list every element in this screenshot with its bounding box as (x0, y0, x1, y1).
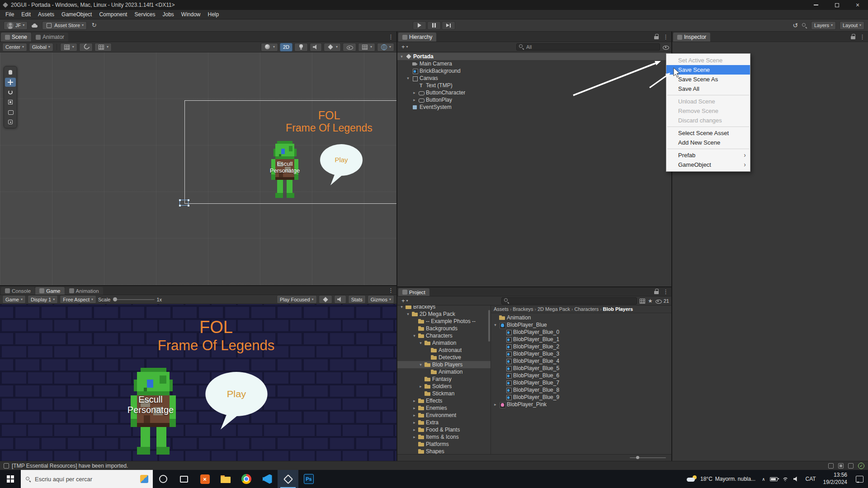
pause-button[interactable] (427, 21, 441, 30)
scale-tool-button[interactable] (5, 98, 16, 107)
project-folder-fantasy[interactable]: Fantasy (397, 375, 491, 383)
favorites-icon[interactable]: ★ (648, 298, 653, 304)
expander-icon[interactable]: ▸ (412, 399, 417, 403)
menu-jobs[interactable]: Jobs (159, 10, 177, 19)
hierarchy-item-canvas[interactable]: ▾Canvas (397, 75, 671, 82)
menu-window[interactable]: Window (178, 10, 204, 19)
play-button[interactable] (413, 21, 426, 30)
selected-rect-transform-handle[interactable] (179, 200, 189, 206)
project-folder-enemies[interactable]: ▸Enemies (397, 404, 491, 412)
project-folder-stickman[interactable]: Stickman (397, 390, 491, 397)
menu-item-save-scene-as[interactable]: Save Scene As (666, 75, 750, 84)
scene-effects-dropdown[interactable]: ▾ (324, 43, 341, 52)
tab-game[interactable]: Game (35, 287, 64, 295)
lock-icon[interactable] (654, 34, 659, 40)
project-asset-blobplayer-blue-0[interactable]: BlobPlayer_Blue_0 (491, 328, 671, 336)
tool-handle-pivot-dropdown[interactable]: Center ▾ (2, 43, 27, 52)
account-dropdown[interactable]: JF ▾ (4, 21, 28, 30)
menu-item-prefab[interactable]: Prefab› (666, 150, 750, 160)
transform-tool-button[interactable] (5, 117, 16, 127)
breadcrumb-2d-mega-pack[interactable]: 2D Mega Pack (538, 306, 570, 312)
expander-icon[interactable]: ▾ (418, 362, 423, 367)
project-asset-blobplayer-blue-9[interactable]: BlobPlayer_Blue_9 (491, 394, 671, 401)
action-center-button[interactable] (851, 470, 868, 488)
project-asset-blobplayer-blue-1[interactable]: BlobPlayer_Blue_1 (491, 336, 671, 343)
hierarchy-search-input[interactable]: All (516, 43, 660, 51)
expander-icon[interactable]: ▾ (406, 312, 410, 316)
project-folder-example-photos[interactable]: -- Example Photos -- (397, 318, 491, 325)
taskbar-search[interactable]: Escriu aquí per cercar (21, 470, 153, 488)
menu-file[interactable]: File (2, 10, 18, 19)
choose-character-button[interactable]: Escull Personatge (114, 394, 187, 415)
vscode-button[interactable] (257, 470, 278, 488)
tab-scene[interactable]: Scene (1, 33, 31, 42)
project-folder-extra[interactable]: ▸Extra (397, 419, 491, 426)
search-by-type-icon[interactable] (639, 297, 646, 305)
project-asset-blobplayer-blue-6[interactable]: BlobPlayer_Blue_6 (491, 372, 671, 379)
scene-picker-icon[interactable] (662, 43, 669, 51)
chrome-button[interactable] (236, 470, 257, 488)
menu-item-select-scene-asset[interactable]: Select Scene Asset (666, 128, 750, 138)
menu-edit[interactable]: Edit (18, 10, 34, 19)
collab-refresh-icon[interactable]: ↻ (90, 22, 98, 29)
expander-icon[interactable]: ▸ (412, 435, 417, 439)
slider-knob[interactable] (636, 456, 639, 459)
lock-icon[interactable] (850, 34, 856, 40)
panel-menu-icon[interactable]: ⋮ (663, 289, 669, 295)
tab-inspector[interactable]: Inspector (673, 33, 710, 42)
snap-increment-button[interactable] (79, 43, 93, 52)
scene-lighting-button[interactable] (294, 43, 308, 52)
taskbar-weather[interactable]: 18°C Mayorm. nubla... (683, 470, 759, 488)
project-folder-items-icons[interactable]: ▸Items & Icons (397, 433, 491, 441)
project-asset-blobplayer-blue-3[interactable]: BlobPlayer_Blue_3 (491, 350, 671, 357)
slider-knob[interactable] (113, 297, 117, 301)
tab-project[interactable]: Project (398, 288, 429, 296)
expander-icon[interactable]: ▸ (412, 427, 417, 432)
breadcrumb-assets[interactable]: Assets (494, 306, 509, 312)
move-tool-button[interactable] (5, 78, 16, 87)
minimize-button[interactable] (806, 0, 826, 10)
expander-icon[interactable]: ▸ (412, 413, 417, 418)
search-icon[interactable] (802, 23, 807, 28)
battery-icon[interactable] (770, 477, 778, 481)
hierarchy-item-text-tmp[interactable]: Text (TMP) (397, 82, 671, 89)
menu-assets[interactable]: Assets (34, 10, 58, 19)
expander-icon[interactable]: ▾ (412, 333, 417, 338)
tool-settings-button[interactable]: ▾ (94, 43, 112, 52)
tab-hierarchy[interactable]: Hierarchy (398, 33, 436, 42)
expander-icon[interactable]: ▸ (412, 420, 417, 425)
tab-animator[interactable]: Animator (32, 33, 68, 42)
tab-animation[interactable]: Animation (65, 287, 103, 295)
expander-icon[interactable]: ▾ (399, 54, 404, 59)
grid-snapping-button[interactable]: ▾ (60, 43, 77, 52)
breadcrumb-blob-players[interactable]: Blob Players (603, 306, 633, 312)
draw-mode-dropdown[interactable]: ▾ (261, 43, 278, 52)
volume-icon[interactable] (793, 477, 799, 482)
scene-grid-dropdown[interactable]: ▾ (358, 43, 375, 52)
scene-visibility-button[interactable] (343, 43, 356, 52)
project-asset-blobplayer-blue-8[interactable]: BlobPlayer_Blue_8 (491, 386, 671, 394)
asset-store-dropdown[interactable]: Asset Store ▾ (42, 21, 87, 30)
game-target-dropdown[interactable]: Game ▾ (2, 295, 26, 304)
breadcrumb-brackeys[interactable]: Brackeys (513, 306, 533, 312)
choose-character-button-label[interactable]: Escull Personatge (261, 161, 308, 174)
expander-icon[interactable]: ▾ (418, 341, 423, 345)
project-folder-animation[interactable]: ▾Animation (397, 339, 491, 347)
expander-icon[interactable]: ▸ (412, 406, 417, 410)
menu-item-gameobject[interactable]: GameObject› (666, 160, 750, 169)
project-folder-effects[interactable]: ▸Effects (397, 397, 491, 404)
project-folder-animation[interactable]: Animation (397, 368, 491, 375)
scale-slider[interactable] (113, 299, 155, 300)
create-asset-button[interactable]: +▾ (400, 297, 410, 304)
gizmos-dropdown[interactable]: Gizmos ▾ (368, 295, 394, 304)
hidden-packages-icon[interactable] (655, 297, 662, 305)
project-folder-detective[interactable]: Detective (397, 354, 491, 361)
project-asset-blobplayer-blue-2[interactable]: BlobPlayer_Blue_2 (491, 343, 671, 350)
project-folder-soldiers[interactable]: ▸Soldiers (397, 383, 491, 390)
menu-component[interactable]: Component (95, 10, 131, 19)
maximize-button[interactable] (826, 0, 847, 10)
project-folder-characters[interactable]: ▾Characters (397, 332, 491, 339)
aspect-dropdown[interactable]: Free Aspect ▾ (60, 295, 96, 304)
undo-history-icon[interactable]: ↺ (793, 22, 798, 29)
project-asset-blobplayer-blue-7[interactable]: BlobPlayer_Blue_7 (491, 379, 671, 386)
